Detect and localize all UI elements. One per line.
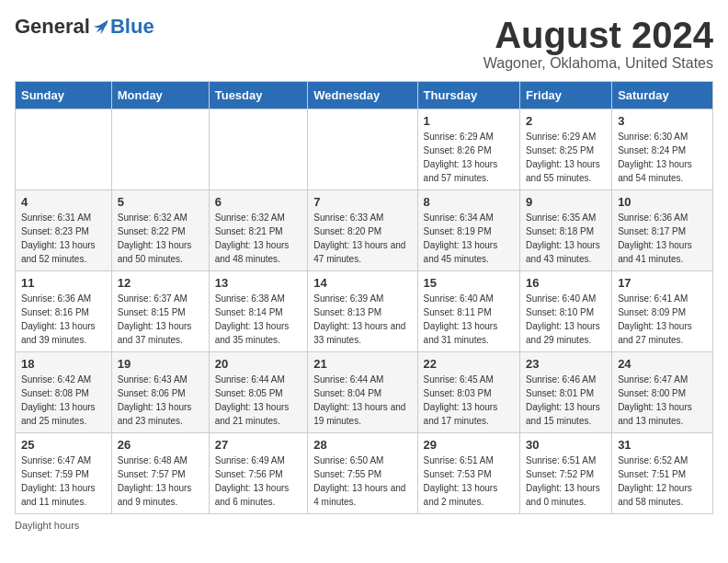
day-number-6: 6 <box>215 195 302 209</box>
calendar-cell-3-6: 24Sunrise: 6:47 AMSunset: 8:00 PMDayligh… <box>612 352 713 433</box>
calendar-cell-3-4: 22Sunrise: 6:45 AMSunset: 8:03 PMDayligh… <box>417 352 519 433</box>
location-subtitle: Wagoner, Oklahoma, United States <box>483 55 713 72</box>
day-info-7: Sunrise: 6:33 AMSunset: 8:20 PMDaylight:… <box>313 211 411 266</box>
day-number-11: 11 <box>21 276 106 290</box>
day-number-3: 3 <box>618 114 707 128</box>
day-info-3: Sunrise: 6:30 AMSunset: 8:24 PMDaylight:… <box>618 130 707 185</box>
calendar-cell-2-4: 15Sunrise: 6:40 AMSunset: 8:11 PMDayligh… <box>417 271 519 352</box>
calendar-cell-0-3 <box>308 109 417 190</box>
day-info-29: Sunrise: 6:51 AMSunset: 7:53 PMDaylight:… <box>424 454 514 509</box>
calendar-cell-1-4: 8Sunrise: 6:34 AMSunset: 8:19 PMDaylight… <box>417 190 519 271</box>
day-number-25: 25 <box>21 438 106 452</box>
day-number-21: 21 <box>313 357 411 371</box>
calendar-cell-1-2: 6Sunrise: 6:32 AMSunset: 8:21 PMDaylight… <box>209 190 308 271</box>
day-number-1: 1 <box>424 114 514 128</box>
day-info-4: Sunrise: 6:31 AMSunset: 8:23 PMDaylight:… <box>21 211 106 266</box>
day-info-19: Sunrise: 6:43 AMSunset: 8:06 PMDaylight:… <box>118 373 203 428</box>
day-info-1: Sunrise: 6:29 AMSunset: 8:26 PMDaylight:… <box>424 130 514 185</box>
day-info-15: Sunrise: 6:40 AMSunset: 8:11 PMDaylight:… <box>424 292 514 347</box>
calendar-cell-0-4: 1Sunrise: 6:29 AMSunset: 8:26 PMDaylight… <box>417 109 519 190</box>
day-number-24: 24 <box>618 357 707 371</box>
calendar-week-5: 25Sunrise: 6:47 AMSunset: 7:59 PMDayligh… <box>16 433 713 514</box>
day-info-28: Sunrise: 6:50 AMSunset: 7:55 PMDaylight:… <box>313 454 411 509</box>
calendar-cell-0-2 <box>209 109 308 190</box>
calendar-cell-4-1: 26Sunrise: 6:48 AMSunset: 7:57 PMDayligh… <box>111 433 209 514</box>
day-number-10: 10 <box>618 195 707 209</box>
day-number-23: 23 <box>526 357 606 371</box>
col-monday: Monday <box>111 82 209 109</box>
day-info-24: Sunrise: 6:47 AMSunset: 8:00 PMDaylight:… <box>618 373 707 428</box>
day-info-11: Sunrise: 6:36 AMSunset: 8:16 PMDaylight:… <box>21 292 106 347</box>
day-number-17: 17 <box>618 276 707 290</box>
calendar-cell-2-3: 14Sunrise: 6:39 AMSunset: 8:13 PMDayligh… <box>308 271 417 352</box>
month-year-title: August 2024 <box>483 15 713 55</box>
calendar-cell-4-4: 29Sunrise: 6:51 AMSunset: 7:53 PMDayligh… <box>417 433 519 514</box>
day-number-22: 22 <box>424 357 514 371</box>
day-number-9: 9 <box>526 195 606 209</box>
day-info-30: Sunrise: 6:51 AMSunset: 7:52 PMDaylight:… <box>526 454 606 509</box>
calendar-cell-1-0: 4Sunrise: 6:31 AMSunset: 8:23 PMDaylight… <box>16 190 112 271</box>
logo-blue-text: Blue <box>110 15 154 39</box>
calendar-cell-4-3: 28Sunrise: 6:50 AMSunset: 7:55 PMDayligh… <box>308 433 417 514</box>
day-number-20: 20 <box>215 357 302 371</box>
calendar-cell-4-6: 31Sunrise: 6:52 AMSunset: 7:51 PMDayligh… <box>612 433 713 514</box>
calendar-cell-0-0 <box>16 109 112 190</box>
day-number-5: 5 <box>118 195 203 209</box>
calendar-cell-2-6: 17Sunrise: 6:41 AMSunset: 8:09 PMDayligh… <box>612 271 713 352</box>
col-sunday: Sunday <box>16 82 112 109</box>
day-number-15: 15 <box>424 276 514 290</box>
logo: General Blue <box>15 15 154 39</box>
day-number-16: 16 <box>526 276 606 290</box>
calendar-cell-3-5: 23Sunrise: 6:46 AMSunset: 8:01 PMDayligh… <box>520 352 612 433</box>
calendar-week-2: 4Sunrise: 6:31 AMSunset: 8:23 PMDaylight… <box>16 190 713 271</box>
calendar-week-3: 11Sunrise: 6:36 AMSunset: 8:16 PMDayligh… <box>16 271 713 352</box>
calendar-cell-2-2: 13Sunrise: 6:38 AMSunset: 8:14 PMDayligh… <box>209 271 308 352</box>
calendar-cell-1-6: 10Sunrise: 6:36 AMSunset: 8:17 PMDayligh… <box>612 190 713 271</box>
day-info-25: Sunrise: 6:47 AMSunset: 7:59 PMDaylight:… <box>21 454 106 509</box>
calendar-cell-0-1 <box>111 109 209 190</box>
calendar-cell-4-5: 30Sunrise: 6:51 AMSunset: 7:52 PMDayligh… <box>520 433 612 514</box>
calendar-cell-1-5: 9Sunrise: 6:35 AMSunset: 8:18 PMDaylight… <box>520 190 612 271</box>
day-number-18: 18 <box>21 357 106 371</box>
col-wednesday: Wednesday <box>308 82 417 109</box>
day-info-23: Sunrise: 6:46 AMSunset: 8:01 PMDaylight:… <box>526 373 606 428</box>
col-friday: Friday <box>520 82 612 109</box>
calendar-cell-3-0: 18Sunrise: 6:42 AMSunset: 8:08 PMDayligh… <box>16 352 112 433</box>
calendar-cell-0-5: 2Sunrise: 6:29 AMSunset: 8:25 PMDaylight… <box>520 109 612 190</box>
day-number-13: 13 <box>215 276 302 290</box>
day-info-27: Sunrise: 6:49 AMSunset: 7:56 PMDaylight:… <box>215 454 302 509</box>
calendar-cell-4-2: 27Sunrise: 6:49 AMSunset: 7:56 PMDayligh… <box>209 433 308 514</box>
footer-note: Daylight hours <box>15 520 713 531</box>
day-number-28: 28 <box>313 438 411 452</box>
day-info-18: Sunrise: 6:42 AMSunset: 8:08 PMDaylight:… <box>21 373 106 428</box>
calendar-cell-3-2: 20Sunrise: 6:44 AMSunset: 8:05 PMDayligh… <box>209 352 308 433</box>
calendar-cell-3-3: 21Sunrise: 6:44 AMSunset: 8:04 PMDayligh… <box>308 352 417 433</box>
day-info-5: Sunrise: 6:32 AMSunset: 8:22 PMDaylight:… <box>118 211 203 266</box>
calendar-header-row: Sunday Monday Tuesday Wednesday Thursday… <box>16 82 713 109</box>
day-info-21: Sunrise: 6:44 AMSunset: 8:04 PMDaylight:… <box>313 373 411 428</box>
day-info-26: Sunrise: 6:48 AMSunset: 7:57 PMDaylight:… <box>118 454 203 509</box>
day-number-8: 8 <box>424 195 514 209</box>
calendar-week-4: 18Sunrise: 6:42 AMSunset: 8:08 PMDayligh… <box>16 352 713 433</box>
day-info-6: Sunrise: 6:32 AMSunset: 8:21 PMDaylight:… <box>215 211 302 266</box>
day-info-8: Sunrise: 6:34 AMSunset: 8:19 PMDaylight:… <box>424 211 514 266</box>
calendar-cell-2-0: 11Sunrise: 6:36 AMSunset: 8:16 PMDayligh… <box>16 271 112 352</box>
day-info-17: Sunrise: 6:41 AMSunset: 8:09 PMDaylight:… <box>618 292 707 347</box>
day-info-31: Sunrise: 6:52 AMSunset: 7:51 PMDaylight:… <box>618 454 707 509</box>
day-info-16: Sunrise: 6:40 AMSunset: 8:10 PMDaylight:… <box>526 292 606 347</box>
day-number-29: 29 <box>424 438 514 452</box>
day-number-19: 19 <box>118 357 203 371</box>
day-info-9: Sunrise: 6:35 AMSunset: 8:18 PMDaylight:… <box>526 211 606 266</box>
day-number-14: 14 <box>313 276 411 290</box>
day-number-4: 4 <box>21 195 106 209</box>
title-area: August 2024 Wagoner, Oklahoma, United St… <box>483 15 713 72</box>
calendar-cell-4-0: 25Sunrise: 6:47 AMSunset: 7:59 PMDayligh… <box>16 433 112 514</box>
logo-general-text: General <box>15 15 90 39</box>
calendar-week-1: 1Sunrise: 6:29 AMSunset: 8:26 PMDaylight… <box>16 109 713 190</box>
day-number-30: 30 <box>526 438 606 452</box>
day-info-20: Sunrise: 6:44 AMSunset: 8:05 PMDaylight:… <box>215 373 302 428</box>
calendar-cell-3-1: 19Sunrise: 6:43 AMSunset: 8:06 PMDayligh… <box>111 352 209 433</box>
day-number-31: 31 <box>618 438 707 452</box>
col-saturday: Saturday <box>612 82 713 109</box>
calendar-cell-2-5: 16Sunrise: 6:40 AMSunset: 8:10 PMDayligh… <box>520 271 612 352</box>
